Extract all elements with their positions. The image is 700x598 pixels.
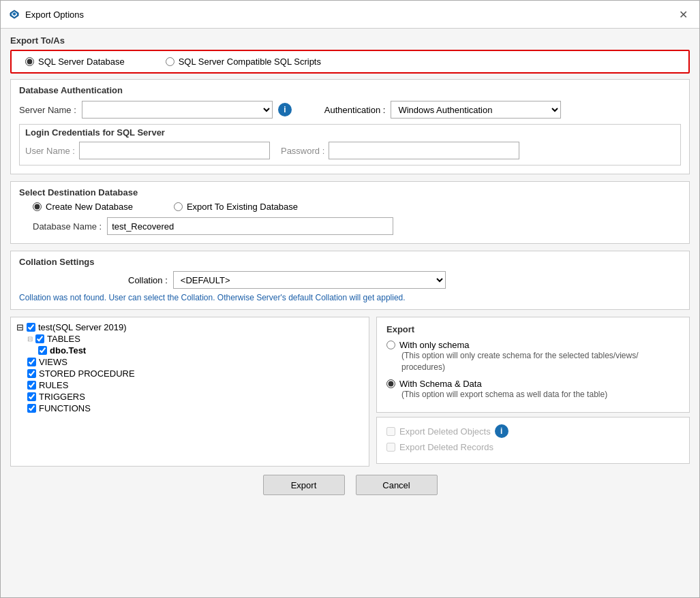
action-row: Export Cancel [10,467,690,505]
server-auth-row: Server Name : i Authentication : Windows… [19,101,681,119]
collation-label: Collation Settings [19,257,681,267]
create-new-db-radio[interactable] [33,202,42,211]
tree-functions-checkbox[interactable] [27,404,36,413]
tree-tables-checkbox[interactable] [35,334,44,343]
collation-field-label: Collation : [128,275,168,285]
authentication-select[interactable]: Windows Authentication SQL Server Authen… [391,101,561,119]
password-label: Password : [281,146,324,156]
schema-only-radio[interactable] [386,341,395,349]
export-existing-db-radio[interactable] [174,202,183,211]
export-deleted-objects-item: Export Deleted Objects i [386,424,680,438]
cancel-button[interactable]: Cancel [356,475,438,495]
auth-label: Authentication : [324,105,386,115]
tree-tables-group[interactable]: ⊟ TABLES [16,333,363,345]
export-section-label: Export [386,324,680,334]
tree-root-checkbox[interactable] [27,323,35,332]
db-name-label: Database Name : [33,221,102,232]
export-deleted-objects-label: Export Deleted Objects [399,426,491,437]
schema-data-option: With Schema & Data (This option will exp… [386,379,680,400]
username-field: User Name : [25,142,270,159]
export-deleted-records-label: Export Deleted Records [399,442,493,452]
sql-server-database-radio[interactable] [25,57,34,66]
schema-data-desc: (This option will export schema as well … [386,389,680,400]
login-credentials-title: Login Credentials for SQL Server [25,127,675,138]
export-options-dialog: Export Options ✕ Export To/As SQL Server… [0,0,700,598]
tree-rules-checkbox[interactable] [27,381,36,390]
export-existing-db-option[interactable]: Export To Existing Database [174,202,298,212]
sql-scripts-option[interactable]: SQL Server Compatible SQL Scripts [166,57,321,67]
tree-views-checkbox[interactable] [27,358,36,366]
tree-rules[interactable]: RULES [16,379,363,391]
export-deleted-records-checkbox[interactable] [386,443,395,452]
schema-only-option: With only schema (This option will only … [386,340,680,373]
dest-db-label: Select Destination Database [19,187,681,198]
server-info-icon[interactable]: i [278,103,292,116]
dialog-content: Export To/As SQL Server Database SQL Ser… [1,29,699,597]
sql-server-database-option[interactable]: SQL Server Database [25,57,125,67]
export-deleted-objects-checkbox[interactable] [386,427,395,436]
password-field: Password : [281,142,519,159]
collation-section: Collation Settings Collation : <DEFAULT>… [10,251,690,310]
login-credentials-section: Login Credentials for SQL Server User Na… [19,124,681,166]
create-new-db-option[interactable]: Create New Database [33,202,133,212]
app-icon [9,9,20,20]
collation-warning: Collation was not found. User can select… [19,293,681,302]
db-name-row: Database Name : [19,217,681,235]
tree-stored-procedure[interactable]: STORED PROCEDURE [16,368,363,379]
right-panel: Export With only schema (This option wil… [376,317,690,467]
server-name-select[interactable] [82,101,273,119]
deleted-section: Export Deleted Objects i Export Deleted … [376,417,690,464]
tree-expand-tables[interactable]: ⊟ [27,335,33,343]
username-label: User Name : [25,146,75,156]
export-to-label: Export To/As [10,35,690,46]
tree-stored-proc-checkbox[interactable] [27,369,36,378]
collation-row: Collation : <DEFAULT> [19,271,681,289]
dest-db-section: Select Destination Database Create New D… [10,181,690,244]
credentials-row: User Name : Password : [25,142,675,159]
export-button[interactable]: Export [263,475,345,495]
bottom-section: ⊟ test(SQL Server 2019) ⊟ TABLES dbo.Tes… [10,317,690,467]
deleted-objects-info-icon[interactable]: i [495,424,508,438]
schema-only-desc: (This option will only create schema for… [386,350,680,373]
tree-expand-root[interactable]: ⊟ [16,322,24,332]
tree-views[interactable]: VIEWS [16,356,363,368]
tree-root[interactable]: ⊟ test(SQL Server 2019) [16,321,363,333]
tree-triggers[interactable]: TRIGGERS [16,391,363,403]
password-input[interactable] [329,142,519,159]
title-bar-left: Export Options [9,9,84,20]
schema-only-radio-label[interactable]: With only schema [386,340,680,350]
tree-triggers-checkbox[interactable] [27,392,36,401]
tree-dbo-test[interactable]: dbo.Test [16,345,363,356]
export-to-box: SQL Server Database SQL Server Compatibl… [10,50,690,74]
export-deleted-records-item: Export Deleted Records [386,442,680,452]
close-button[interactable]: ✕ [675,6,691,22]
db-auth-label: Database Authentication [19,85,681,95]
dest-db-radio-row: Create New Database Export To Existing D… [19,202,681,212]
export-section: Export With only schema (This option wil… [376,317,690,413]
dialog-title: Export Options [25,10,84,20]
title-bar: Export Options ✕ [1,1,699,29]
sql-scripts-radio[interactable] [166,57,174,66]
schema-data-radio-label[interactable]: With Schema & Data [386,379,680,389]
username-input[interactable] [79,142,270,159]
tree-dbo-test-checkbox[interactable] [38,346,47,355]
db-auth-section: Database Authentication Server Name : i … [10,79,690,174]
export-to-section: Export To/As SQL Server Database SQL Ser… [10,35,690,74]
tree-functions[interactable]: FUNCTIONS [16,403,363,414]
schema-data-radio[interactable] [386,379,395,388]
server-name-label: Server Name : [19,105,76,115]
collation-select[interactable]: <DEFAULT> [173,271,446,289]
tree-panel: ⊟ test(SQL Server 2019) ⊟ TABLES dbo.Tes… [10,317,369,467]
db-name-input[interactable] [107,217,393,235]
